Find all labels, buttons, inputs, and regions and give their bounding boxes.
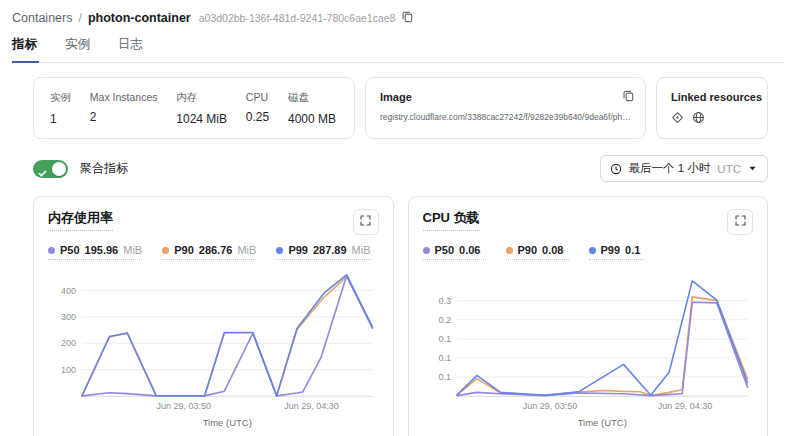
legend-value: 195.96 — [85, 244, 119, 256]
legend-item-p99[interactable]: P99 287.89 MiB — [276, 244, 370, 260]
svg-text:0.1: 0.1 — [438, 353, 451, 363]
tab-bar: 指标 实例 日志 — [12, 36, 784, 63]
aggregate-metrics-label: 聚合指标 — [80, 160, 128, 177]
copy-icon — [401, 10, 414, 26]
svg-text:300: 300 — [61, 312, 76, 322]
svg-text:Jun 29, 04:30: Jun 29, 04:30 — [657, 401, 712, 411]
info-cards-row: 实例 1 Max Instances 2 内存 1024 MiB CPU 0.2… — [33, 77, 768, 139]
container-id: a03d02bb-136f-481d-9241-780c6ae1cae8 — [199, 12, 396, 24]
stat-label: 内存 — [176, 91, 227, 105]
chart-legend: P50 0.06 P90 0.08 P99 0.1 — [423, 244, 754, 260]
stat-value: 0.25 — [246, 110, 269, 124]
stat-cpu: CPU 0.25 — [246, 91, 269, 126]
copy-icon — [622, 89, 635, 105]
cpu-load-chart-card: CPU 负载 P50 0.06 — [408, 196, 769, 436]
stat-max-instances: Max Instances 2 — [90, 91, 158, 126]
svg-text:Jun 29, 03:50: Jun 29, 03:50 — [156, 401, 211, 411]
image-registry-url: registry.cloudflare.com/3388cac27242/f/9… — [380, 112, 631, 122]
legend-unit: MiB — [123, 244, 142, 256]
toggle-knob — [52, 162, 66, 176]
globe-icon[interactable] — [692, 111, 705, 124]
top-bar: Containers / photon-container a03d02bb-1… — [0, 0, 800, 63]
time-range-select[interactable]: 最后一个 1 小时 UTC — [600, 155, 768, 182]
expand-icon — [359, 214, 372, 230]
charts-row: 内存使用率 P50 195.96 MiB — [33, 196, 768, 436]
legend-dot — [423, 247, 430, 254]
stat-value: 1024 MiB — [176, 112, 227, 126]
legend-value: 287.89 — [313, 244, 347, 256]
check-icon — [38, 164, 47, 182]
legend-dot — [506, 247, 513, 254]
legend-item-p50[interactable]: P50 195.96 MiB — [48, 244, 142, 260]
stat-label: Max Instances — [90, 91, 158, 103]
linked-resources-card: Linked resources — [656, 77, 768, 139]
expand-icon — [734, 214, 747, 230]
svg-text:0.1: 0.1 — [438, 334, 451, 344]
stat-memory: 内存 1024 MiB — [176, 91, 227, 126]
legend-value: 0.1 — [625, 244, 640, 256]
svg-text:Time (UTC): Time (UTC) — [203, 417, 252, 428]
controls-row: 聚合指标 最后一个 1 小时 UTC — [33, 155, 768, 182]
svg-text:0.3: 0.3 — [438, 296, 451, 306]
legend-item-p50[interactable]: P50 0.06 — [423, 244, 486, 260]
expand-chart-button[interactable] — [353, 209, 379, 235]
stat-disk: 磁盘 4000 MB — [288, 91, 336, 126]
legend-dot — [162, 247, 169, 254]
legend-name: P90 — [518, 244, 538, 256]
copy-image-button[interactable] — [622, 89, 635, 105]
aggregate-metrics-toggle[interactable] — [33, 160, 68, 178]
linked-resources-icons — [671, 111, 753, 124]
legend-item-p99[interactable]: P99 0.1 — [589, 244, 646, 260]
chart-title-cpu: CPU 负载 — [423, 209, 480, 231]
legend-name: P90 — [174, 244, 194, 256]
legend-item-p90[interactable]: P90 286.76 MiB — [162, 244, 256, 260]
stat-label: 磁盘 — [288, 91, 336, 105]
legend-value: 0.06 — [459, 244, 480, 256]
legend-dot — [48, 247, 55, 254]
container-stats-card: 实例 1 Max Instances 2 内存 1024 MiB CPU 0.2… — [33, 77, 355, 139]
legend-name: P99 — [288, 244, 308, 256]
svg-text:Time (UTC): Time (UTC) — [577, 417, 626, 428]
chart-header: 内存使用率 — [48, 209, 379, 235]
svg-text:100: 100 — [61, 365, 76, 375]
breadcrumb: Containers / photon-container a03d02bb-1… — [12, 10, 784, 26]
legend-name: P50 — [60, 244, 80, 256]
breadcrumb-separator: / — [78, 11, 81, 25]
stat-label: 实例 — [50, 91, 71, 105]
legend-dot — [589, 247, 596, 254]
legend-value: 286.76 — [199, 244, 233, 256]
expand-chart-button[interactable] — [727, 209, 753, 235]
linked-resources-title: Linked resources — [671, 91, 753, 103]
cpu-load-line-chart[interactable]: 0.10.10.10.20.3Jun 29, 03:50Jun 29, 04:3… — [423, 264, 754, 434]
tab-metrics[interactable]: 指标 — [12, 36, 51, 62]
legend-value: 0.08 — [542, 244, 563, 256]
chart-header: CPU 负载 — [423, 209, 754, 235]
tab-logs[interactable]: 日志 — [104, 36, 157, 62]
stat-label: CPU — [246, 91, 269, 103]
legend-item-p90[interactable]: P90 0.08 — [506, 244, 569, 260]
tab-instances[interactable]: 实例 — [51, 36, 104, 62]
stat-value: 4000 MB — [288, 112, 336, 126]
svg-text:400: 400 — [61, 286, 76, 296]
aggregate-toggle-group: 聚合指标 — [33, 160, 128, 178]
stat-value: 2 — [90, 110, 158, 124]
image-card-title: Image — [380, 91, 631, 103]
main-content: 实例 1 Max Instances 2 内存 1024 MiB CPU 0.2… — [0, 63, 800, 436]
image-card: Image registry.cloudflare.com/3388cac272… — [365, 77, 646, 139]
svg-text:0.2: 0.2 — [438, 315, 451, 325]
clock-icon — [610, 163, 622, 175]
svg-text:Jun 29, 03:50: Jun 29, 03:50 — [522, 401, 577, 411]
legend-name: P50 — [435, 244, 455, 256]
chart-title-memory: 内存使用率 — [48, 209, 113, 231]
memory-usage-line-chart[interactable]: 100200300400Jun 29, 03:50Jun 29, 04:30Ti… — [48, 264, 379, 434]
legend-name: P99 — [601, 244, 621, 256]
time-range-value: 最后一个 1 小时 — [629, 161, 711, 176]
stat-instances: 实例 1 — [50, 91, 71, 126]
breadcrumb-containers-link[interactable]: Containers — [12, 11, 72, 25]
chart-legend: P50 195.96 MiB P90 286.76 MiB P99 287.89… — [48, 244, 379, 260]
copy-id-button[interactable] — [401, 10, 414, 26]
memory-usage-chart-card: 内存使用率 P50 195.96 MiB — [33, 196, 394, 436]
stat-value: 1 — [50, 112, 71, 126]
workers-icon[interactable] — [671, 111, 684, 124]
svg-text:Jun 29, 04:30: Jun 29, 04:30 — [284, 401, 339, 411]
